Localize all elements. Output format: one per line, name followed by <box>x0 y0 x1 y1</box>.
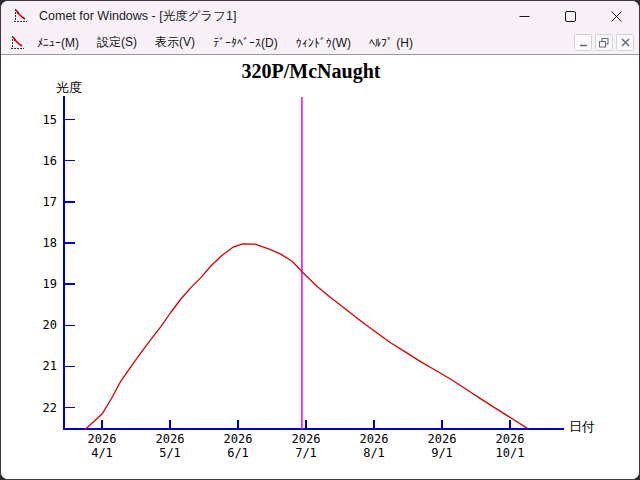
svg-text:2026: 2026 <box>428 432 457 446</box>
menu-item-settings[interactable]: 設定(S) <box>90 32 144 53</box>
menu-item-window[interactable]: ｳｨﾝﾄﾞｳ(W) <box>289 34 358 52</box>
y-axis-label: 光度 <box>56 79 82 97</box>
chart-area: 151617181920212220264/120265/120266/1202… <box>1 55 639 479</box>
menu-item-menu[interactable]: ﾒﾆｭｰ(M) <box>30 34 86 52</box>
mdi-window-controls <box>574 34 634 51</box>
svg-text:6/1: 6/1 <box>227 446 249 460</box>
svg-text:2026: 2026 <box>224 432 253 446</box>
svg-text:2026: 2026 <box>156 432 185 446</box>
x-axis-label: 日付 <box>569 418 595 436</box>
svg-text:16: 16 <box>43 154 57 168</box>
app-icon <box>13 8 29 24</box>
window-controls <box>501 1 639 31</box>
menu-bar: ﾒﾆｭｰ(M) 設定(S) 表示(V) ﾃﾞｰﾀﾍﾞｰｽ(D) ｳｨﾝﾄﾞｳ(W… <box>1 31 639 55</box>
svg-text:15: 15 <box>43 113 57 127</box>
menu-item-view[interactable]: 表示(V) <box>148 32 202 53</box>
chart-title: 320P/McNaught <box>1 60 621 83</box>
svg-text:9/1: 9/1 <box>431 446 453 460</box>
light-curve-plot: 151617181920212220264/120265/120266/1202… <box>1 55 640 480</box>
svg-text:7/1: 7/1 <box>295 446 317 460</box>
mdi-close-button[interactable] <box>616 34 634 51</box>
mdi-minimize-icon <box>579 38 588 47</box>
window-title: Comet for Windows - [光度グラフ1] <box>39 8 236 25</box>
svg-text:2026: 2026 <box>88 432 117 446</box>
close-button[interactable] <box>593 1 639 31</box>
svg-text:5/1: 5/1 <box>159 446 181 460</box>
svg-text:22: 22 <box>43 401 57 415</box>
mdi-close-icon <box>621 38 630 47</box>
svg-text:4/1: 4/1 <box>91 446 113 460</box>
mdi-restore-button[interactable] <box>595 34 613 51</box>
menu-item-help[interactable]: ﾍﾙﾌﾟ (H) <box>362 34 420 52</box>
svg-text:2026: 2026 <box>292 432 321 446</box>
mdi-child-icon <box>10 35 26 51</box>
mdi-restore-icon <box>599 38 609 48</box>
svg-text:8/1: 8/1 <box>363 446 385 460</box>
title-bar: Comet for Windows - [光度グラフ1] <box>1 1 639 31</box>
app-window: Comet for Windows - [光度グラフ1] ﾒﾆｭｰ(M) <box>0 0 640 480</box>
svg-text:19: 19 <box>43 277 57 291</box>
minimize-icon <box>519 11 530 22</box>
svg-text:2026: 2026 <box>360 432 389 446</box>
maximize-icon <box>565 11 576 22</box>
svg-text:2026: 2026 <box>496 432 525 446</box>
minimize-button[interactable] <box>501 1 547 31</box>
menu-item-database[interactable]: ﾃﾞｰﾀﾍﾞｰｽ(D) <box>206 34 285 52</box>
svg-text:18: 18 <box>43 236 57 250</box>
mdi-minimize-button[interactable] <box>574 34 592 51</box>
maximize-button[interactable] <box>547 1 593 31</box>
svg-text:20: 20 <box>43 318 57 332</box>
svg-text:10/1: 10/1 <box>496 446 525 460</box>
svg-text:21: 21 <box>43 359 57 373</box>
close-icon <box>611 11 622 22</box>
svg-text:17: 17 <box>43 195 57 209</box>
